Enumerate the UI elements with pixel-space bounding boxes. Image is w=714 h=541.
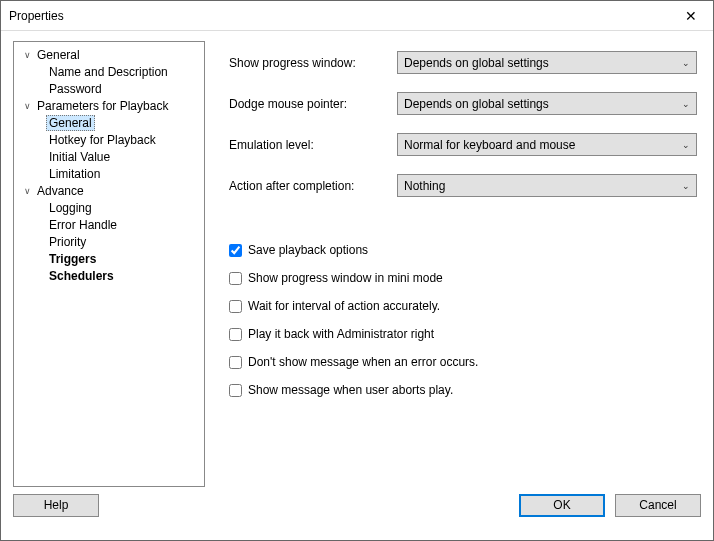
tree-item-label: General: [46, 115, 95, 131]
checkbox-row[interactable]: Wait for interval of action accurately.: [229, 299, 697, 313]
form-label: Show progress window:: [229, 56, 397, 70]
tree-item-label: Advance: [34, 183, 87, 199]
chevron-down-icon[interactable]: ∨: [22, 101, 32, 111]
tree-item[interactable]: Priority: [14, 233, 204, 250]
help-button[interactable]: Help: [13, 494, 99, 517]
form-row: Action after completion:Nothing⌄: [229, 174, 697, 197]
chevron-down-icon: ⌄: [682, 140, 690, 150]
tree-item[interactable]: General: [14, 114, 204, 131]
tree-item[interactable]: ∨Advance: [14, 182, 204, 199]
checkbox-row[interactable]: Play it back with Administrator right: [229, 327, 697, 341]
tree-item[interactable]: ∨General: [14, 46, 204, 63]
form-row: Dodge mouse pointer:Depends on global se…: [229, 92, 697, 115]
chevron-down-icon[interactable]: ∨: [22, 50, 32, 60]
tree-item-label: Triggers: [46, 251, 99, 267]
checkbox[interactable]: [229, 300, 242, 313]
close-icon: ✕: [685, 8, 697, 24]
checkbox[interactable]: [229, 244, 242, 257]
tree-item-label: Name and Description: [46, 64, 171, 80]
checkbox[interactable]: [229, 356, 242, 369]
checkbox-label: Show message when user aborts play.: [248, 383, 453, 397]
dropdown[interactable]: Depends on global settings⌄: [397, 51, 697, 74]
checkbox[interactable]: [229, 272, 242, 285]
tree-item-label: Limitation: [46, 166, 103, 182]
tree-item[interactable]: Error Handle: [14, 216, 204, 233]
checkbox-label: Play it back with Administrator right: [248, 327, 434, 341]
checkbox[interactable]: [229, 384, 242, 397]
form-row: Show progress window:Depends on global s…: [229, 51, 697, 74]
ok-button[interactable]: OK: [519, 494, 605, 517]
dropdown[interactable]: Nothing⌄: [397, 174, 697, 197]
tree-item[interactable]: ∨Parameters for Playback: [14, 97, 204, 114]
dropdown-value: Depends on global settings: [404, 56, 549, 70]
titlebar: Properties ✕: [1, 1, 713, 31]
tree-item-label: Priority: [46, 234, 89, 250]
cancel-button[interactable]: Cancel: [615, 494, 701, 517]
tree-item[interactable]: Triggers: [14, 250, 204, 267]
form-label: Emulation level:: [229, 138, 397, 152]
tree-item[interactable]: Password: [14, 80, 204, 97]
footer: Help OK Cancel: [1, 491, 713, 527]
tree-panel: ∨GeneralName and DescriptionPassword∨Par…: [13, 41, 205, 487]
tree-item[interactable]: Logging: [14, 199, 204, 216]
checkbox-row[interactable]: Don't show message when an error occurs.: [229, 355, 697, 369]
checkbox-row[interactable]: Show message when user aborts play.: [229, 383, 697, 397]
tree-item-label: Password: [46, 81, 105, 97]
tree-item-label: Logging: [46, 200, 95, 216]
chevron-down-icon[interactable]: ∨: [22, 186, 32, 196]
tree-item[interactable]: Hotkey for Playback: [14, 131, 204, 148]
tree-item-label: Schedulers: [46, 268, 117, 284]
tree-item-label: Error Handle: [46, 217, 120, 233]
dropdown-value: Depends on global settings: [404, 97, 549, 111]
checkbox[interactable]: [229, 328, 242, 341]
tree-item[interactable]: Initial Value: [14, 148, 204, 165]
tree-item[interactable]: Limitation: [14, 165, 204, 182]
tree-item-label: General: [34, 47, 83, 63]
checkbox-label: Don't show message when an error occurs.: [248, 355, 478, 369]
chevron-down-icon: ⌄: [682, 99, 690, 109]
form-label: Action after completion:: [229, 179, 397, 193]
checkbox-label: Wait for interval of action accurately.: [248, 299, 440, 313]
dropdown-value: Nothing: [404, 179, 445, 193]
form-row: Emulation level:Normal for keyboard and …: [229, 133, 697, 156]
checkbox-row[interactable]: Show progress window in mini mode: [229, 271, 697, 285]
form-panel: Show progress window:Depends on global s…: [205, 41, 701, 487]
tree-item[interactable]: Schedulers: [14, 267, 204, 284]
close-button[interactable]: ✕: [668, 1, 713, 31]
tree-item-label: Parameters for Playback: [34, 98, 171, 114]
tree-item-label: Initial Value: [46, 149, 113, 165]
checkbox-row[interactable]: Save playback options: [229, 243, 697, 257]
chevron-down-icon: ⌄: [682, 58, 690, 68]
window-title: Properties: [9, 9, 64, 23]
form-label: Dodge mouse pointer:: [229, 97, 397, 111]
dropdown[interactable]: Normal for keyboard and mouse⌄: [397, 133, 697, 156]
tree-item-label: Hotkey for Playback: [46, 132, 159, 148]
checkbox-label: Save playback options: [248, 243, 368, 257]
dialog-body: ∨GeneralName and DescriptionPassword∨Par…: [1, 31, 713, 491]
chevron-down-icon: ⌄: [682, 181, 690, 191]
tree-item[interactable]: Name and Description: [14, 63, 204, 80]
dropdown[interactable]: Depends on global settings⌄: [397, 92, 697, 115]
dropdown-value: Normal for keyboard and mouse: [404, 138, 575, 152]
checkbox-label: Show progress window in mini mode: [248, 271, 443, 285]
